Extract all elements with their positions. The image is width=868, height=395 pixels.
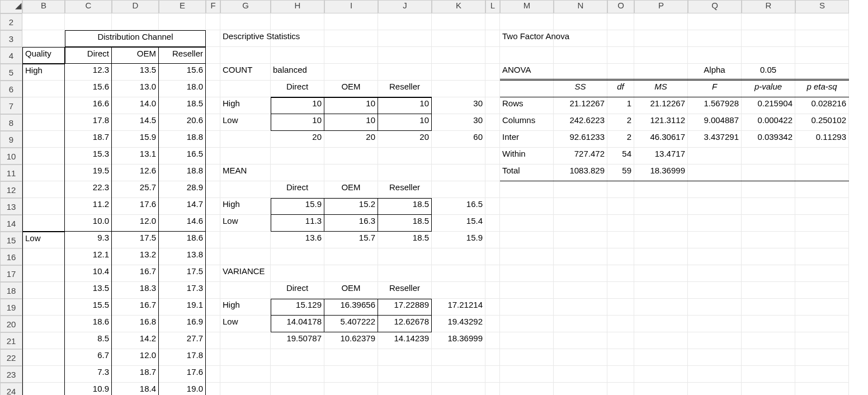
count-label[interactable]: COUNT (220, 64, 271, 81)
cell-Q12[interactable] (688, 181, 742, 198)
cell-S8-val[interactable]: 0.250102 (795, 114, 849, 131)
cell-Q4[interactable] (688, 47, 742, 64)
cell-G13-val[interactable]: High (220, 198, 271, 215)
cell-G21[interactable] (220, 332, 271, 349)
cell-J2[interactable] (378, 13, 432, 30)
cell-K19-val[interactable]: 17.21214 (432, 299, 485, 316)
col-header-J[interactable]: J (378, 0, 432, 13)
cell-F11[interactable] (206, 164, 220, 181)
cell-J24[interactable] (378, 383, 432, 395)
cell-R11[interactable] (742, 164, 795, 181)
cell-J11[interactable] (378, 164, 432, 181)
cell-B13[interactable] (22, 198, 65, 215)
cell-D17-val[interactable]: 16.7 (112, 265, 159, 282)
cell-I19-val[interactable]: 16.39656 (324, 299, 378, 316)
cell-P14[interactable] (634, 215, 688, 232)
descriptive-stats-header[interactable]: Descriptive Statistics (220, 30, 271, 47)
cell-S3[interactable] (795, 30, 849, 47)
cell-O15[interactable] (607, 232, 634, 248)
cell-B11[interactable] (22, 164, 65, 181)
variance-label[interactable]: VARIANCE (220, 265, 271, 282)
cell-G24[interactable] (220, 383, 271, 395)
cell-L17[interactable] (485, 265, 500, 282)
row-header-15[interactable]: 15 (0, 232, 22, 248)
cell-G18[interactable] (220, 282, 271, 299)
cell-N6-val[interactable]: SS (554, 81, 607, 97)
cell-E13-val[interactable]: 14.7 (159, 198, 206, 215)
cell-M21[interactable] (500, 332, 554, 349)
cell-I17[interactable] (324, 265, 378, 282)
cell-N14[interactable] (554, 215, 607, 232)
cell-N12[interactable] (554, 181, 607, 198)
cell-N10-val[interactable]: 727.472 (554, 148, 607, 164)
cell-Q21[interactable] (688, 332, 742, 349)
cell-K22[interactable] (432, 349, 485, 366)
row-header-12[interactable]: 12 (0, 181, 22, 198)
cell-B17[interactable] (22, 265, 65, 282)
row-header-22[interactable]: 22 (0, 349, 22, 366)
row-header-11[interactable]: 11 (0, 164, 22, 181)
cell-N23[interactable] (554, 366, 607, 383)
cell-H17[interactable] (271, 265, 324, 282)
row-header-17[interactable]: 17 (0, 265, 22, 282)
cell-R21[interactable] (742, 332, 795, 349)
cell-O4[interactable] (607, 47, 634, 64)
cell-Q19[interactable] (688, 299, 742, 316)
cell-J16[interactable] (378, 248, 432, 265)
cell-G9[interactable] (220, 131, 271, 148)
cell-E8-val[interactable]: 20.6 (159, 114, 206, 131)
cell-G10[interactable] (220, 148, 271, 164)
cell-D18-val[interactable]: 18.3 (112, 282, 159, 299)
alpha-label[interactable]: Alpha (688, 64, 742, 81)
cell-C13-val[interactable]: 11.2 (65, 198, 112, 215)
cell-Q6-val[interactable]: F (688, 81, 742, 97)
spreadsheet-grid[interactable]: ◢BCDEFGHIJKLMNOPQRS234567891011121314151… (0, 0, 849, 395)
cell-Q24[interactable] (688, 383, 742, 395)
cell-C2[interactable] (65, 13, 112, 30)
cell-P21[interactable] (634, 332, 688, 349)
cell-N18[interactable] (554, 282, 607, 299)
cell-P10-val[interactable]: 13.4717 (634, 148, 688, 164)
cell-F22[interactable] (206, 349, 220, 366)
cell-N22[interactable] (554, 349, 607, 366)
cell-O6-val[interactable]: df (607, 81, 634, 97)
cell-N2[interactable] (554, 13, 607, 30)
cell-H12-val[interactable]: Direct (271, 181, 324, 198)
mean-label[interactable]: MEAN (220, 164, 271, 181)
cell-C23-val[interactable]: 7.3 (65, 366, 112, 383)
cell-R15[interactable] (742, 232, 795, 248)
cell-R7-val[interactable]: 0.215904 (742, 97, 795, 114)
cell-P7-val[interactable]: 21.12267 (634, 97, 688, 114)
cell-D23-val[interactable]: 18.7 (112, 366, 159, 383)
cell-I11[interactable] (324, 164, 378, 181)
cell-N16[interactable] (554, 248, 607, 265)
cell-L20[interactable] (485, 316, 500, 332)
cell-D5-val[interactable]: 13.5 (112, 64, 159, 81)
cell-L22[interactable] (485, 349, 500, 366)
cell-D13-val[interactable]: 17.6 (112, 198, 159, 215)
cell-K16[interactable] (432, 248, 485, 265)
cell-B9[interactable] (22, 131, 65, 148)
cell-C18-val[interactable]: 13.5 (65, 282, 112, 299)
select-all-corner[interactable]: ◢ (0, 0, 22, 13)
cell-P16[interactable] (634, 248, 688, 265)
cell-M8-val[interactable]: Columns (500, 114, 554, 131)
cell-B18[interactable] (22, 282, 65, 299)
cell-R9-val[interactable]: 0.039342 (742, 131, 795, 148)
cell-B24[interactable] (22, 383, 65, 395)
cell-F7[interactable] (206, 97, 220, 114)
cell-M11-val[interactable]: Total (500, 164, 554, 181)
row-header-8[interactable]: 8 (0, 114, 22, 131)
cell-C14-val[interactable]: 10.0 (65, 215, 112, 232)
cell-K18[interactable] (432, 282, 485, 299)
cell-O11-val[interactable]: 59 (607, 164, 634, 181)
cell-E9-val[interactable]: 18.8 (159, 131, 206, 148)
cell-C24-val[interactable]: 10.9 (65, 383, 112, 395)
col-oem-header[interactable]: OEM (112, 47, 159, 64)
cell-K9-val[interactable]: 60 (432, 131, 485, 148)
cell-P18[interactable] (634, 282, 688, 299)
cell-Q17[interactable] (688, 265, 742, 282)
cell-S9-val[interactable]: 0.11293 (795, 131, 849, 148)
cell-C8-val[interactable]: 17.8 (65, 114, 112, 131)
col-header-Q[interactable]: Q (688, 0, 742, 13)
